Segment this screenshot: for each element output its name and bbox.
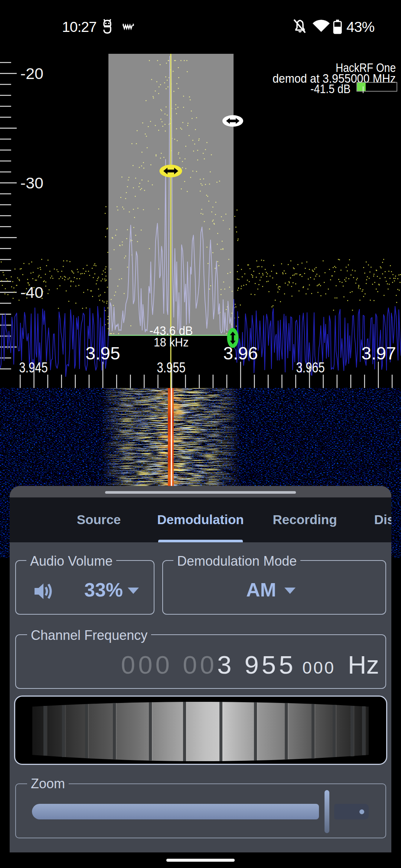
svg-text:-20: -20 (20, 65, 43, 82)
svg-text:3.955: 3.955 (157, 360, 186, 375)
svg-text:-40: -40 (20, 283, 43, 301)
svg-text:-30: -30 (20, 174, 43, 192)
svg-text:3.96: 3.96 (223, 343, 258, 363)
svg-text:18 kHz: 18 kHz (154, 335, 189, 349)
svg-text:3.945: 3.945 (19, 360, 48, 375)
svg-text:3.97: 3.97 (361, 343, 396, 363)
svg-text:3.95: 3.95 (85, 343, 120, 363)
svg-text:-41.5 dB: -41.5 dB (310, 82, 351, 96)
svg-text:3.965: 3.965 (296, 360, 325, 375)
